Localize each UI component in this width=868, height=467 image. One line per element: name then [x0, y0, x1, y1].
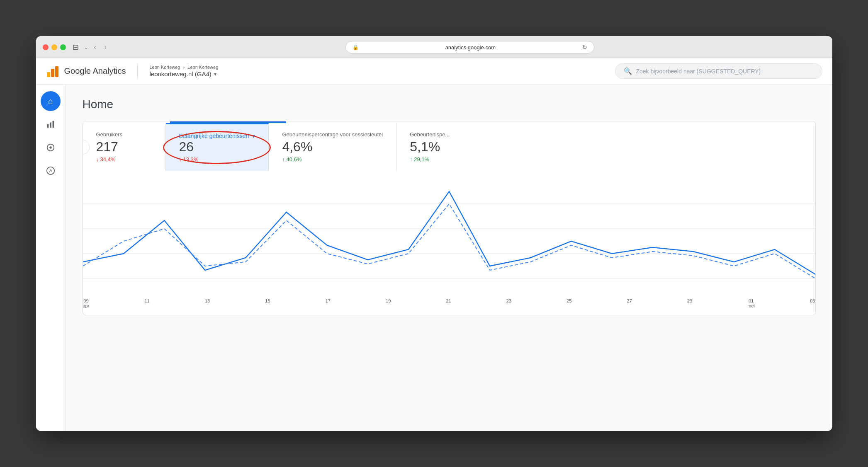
forward-button[interactable]: › — [102, 43, 109, 52]
x-label-01: 01mei — [747, 298, 755, 308]
back-button[interactable]: ‹ — [92, 43, 99, 52]
x-label-25: 25 — [567, 298, 571, 308]
stat-block-events: Belangrijke gebeurtenissen ▾ 26 ↓ 13,3% — [166, 123, 269, 171]
ga-divider — [137, 64, 138, 79]
stats-card: ‹ Gebruikers 217 ↓ 34,4% — [83, 121, 816, 315]
search-icon: 🔍 — [624, 67, 632, 75]
ga-property-name[interactable]: leonkorteweg.nl (GA4) ▾ — [149, 70, 218, 77]
stat-block-session-key: Gebeurtenispercentage voor sessiesleutel… — [269, 123, 396, 171]
ga-breadcrumb: Leon Korteweg › Leon Korteweg — [149, 65, 218, 70]
stat-label-users: Gebruikers — [96, 131, 152, 138]
stat-change-session: ↑ 29,1% — [410, 156, 466, 162]
search-placeholder: Zoek bijvoorbeeld naar {SUGGESTED_QUERY} — [636, 68, 761, 75]
x-label-03: 03 — [810, 298, 815, 308]
url-text: analytics.google.com — [362, 44, 579, 51]
sidebar-item-explore[interactable] — [41, 138, 61, 157]
stat-block-session: Gebeurtenispe... 5,1% ↑ 29,1% — [396, 123, 479, 171]
svg-rect-1 — [51, 69, 54, 77]
dropdown-arrow-icon: ▾ — [252, 133, 255, 139]
stat-label-session-key: Gebeurtenispercentage voor sessiesleutel — [282, 131, 383, 138]
x-label-11: 11 — [145, 298, 150, 308]
svg-point-7 — [49, 146, 52, 149]
property-dropdown-arrow-icon: ▾ — [214, 71, 216, 77]
close-button[interactable] — [43, 44, 49, 50]
ga-sidebar: ⌂ — [36, 85, 66, 431]
toggle-arrow-icon[interactable]: ⌄ — [84, 44, 88, 51]
x-label-17: 17 — [326, 298, 331, 308]
fullscreen-button[interactable] — [60, 44, 66, 50]
stat-value-users: 217 — [96, 139, 152, 155]
analytics-chart — [83, 179, 815, 295]
ga-property-selector[interactable]: Leon Korteweg › Leon Korteweg leonkortew… — [149, 65, 218, 77]
x-label-19: 19 — [386, 298, 391, 308]
chart-area: 09apr 11 13 15 17 19 21 23 25 27 29 — [83, 171, 815, 315]
page-title: Home — [83, 98, 816, 111]
x-label-29: 29 — [687, 298, 692, 308]
traffic-lights — [43, 44, 66, 50]
refresh-icon[interactable]: ↻ — [582, 44, 587, 51]
stat-change-users: ↓ 34,4% — [96, 156, 152, 162]
sidebar-toggle-icon[interactable]: ⊟ — [73, 43, 79, 52]
stats-row: ‹ Gebruikers 217 ↓ 34,4% — [83, 123, 815, 171]
ga-logo-icon — [46, 65, 59, 78]
important-events-dropdown[interactable]: Belangrijke gebeurtenissen ▾ — [179, 133, 255, 139]
x-label-15: 15 — [265, 298, 270, 308]
svg-rect-0 — [47, 72, 50, 77]
ga-logo: Google Analytics — [46, 65, 126, 78]
x-label-23: 23 — [506, 298, 511, 308]
minimize-button[interactable] — [51, 44, 57, 50]
ga-main: Home ‹ — [66, 85, 832, 431]
sidebar-item-advertising[interactable] — [41, 161, 61, 181]
address-bar-container: 🔒 analytics.google.com ↻ — [114, 41, 825, 53]
svg-rect-3 — [47, 124, 49, 128]
x-label-13: 13 — [205, 298, 210, 308]
browser-window: ⊟ ⌄ ‹ › 🔒 analytics.google.com ↻ — [36, 36, 832, 431]
svg-point-8 — [47, 167, 54, 174]
sidebar-item-reports[interactable] — [41, 114, 61, 134]
stat-value-session: 5,1% — [410, 139, 466, 155]
stat-change-events: ↓ 13,3% — [179, 156, 255, 162]
browser-controls: ⊟ ⌄ ‹ › — [73, 43, 109, 52]
lock-icon: 🔒 — [353, 44, 359, 50]
ga-header: Google Analytics Leon Korteweg › Leon Ko… — [36, 58, 832, 85]
ga-app: Google Analytics Leon Korteweg › Leon Ko… — [36, 58, 832, 431]
stat-label-session: Gebeurtenispe... — [410, 131, 466, 138]
address-bar[interactable]: 🔒 analytics.google.com ↻ — [345, 41, 594, 53]
stat-value-events: 26 — [179, 139, 255, 155]
stat-change-session-key: ↑ 40,6% — [282, 156, 383, 162]
svg-rect-2 — [55, 66, 58, 77]
browser-chrome: ⊟ ⌄ ‹ › 🔒 analytics.google.com ↻ — [36, 36, 832, 58]
x-label-21: 21 — [446, 298, 451, 308]
svg-rect-5 — [53, 121, 54, 128]
stat-value-session-key: 4,6% — [282, 139, 383, 155]
x-label-27: 27 — [627, 298, 632, 308]
svg-rect-4 — [50, 122, 51, 128]
stat-block-users: Gebruikers 217 ↓ 34,4% — [83, 123, 166, 171]
ga-search-bar[interactable]: 🔍 Zoek bijvoorbeeld naar {SUGGESTED_QUER… — [615, 63, 822, 79]
ga-logo-text: Google Analytics — [64, 66, 126, 76]
sidebar-item-home[interactable]: ⌂ — [41, 91, 61, 111]
x-label-09: 09apr — [83, 298, 90, 308]
